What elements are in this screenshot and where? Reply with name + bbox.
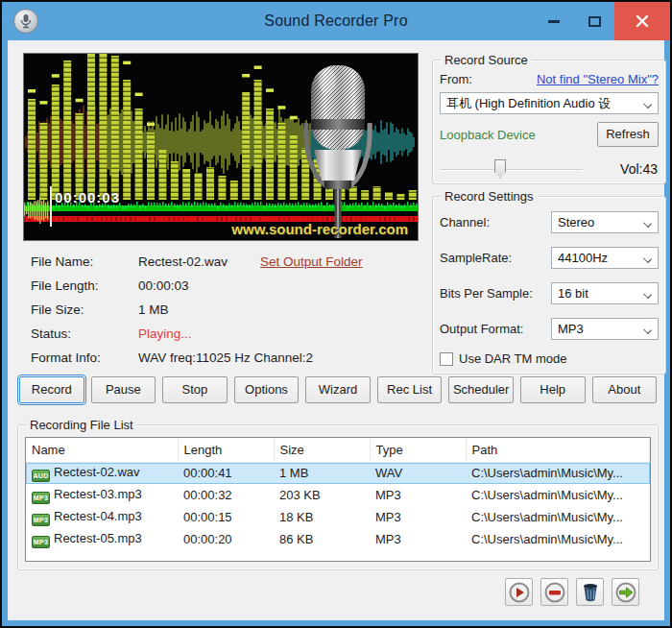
- pause-button[interactable]: Pause: [91, 376, 156, 403]
- record-settings-group: Record Settings Channel: Stereo SampleRa…: [432, 196, 666, 374]
- audio-file-icon: MP3: [32, 492, 50, 504]
- about-button[interactable]: About: [592, 376, 658, 403]
- recording-file-list-group: Recording File List Name Length Size Typ…: [17, 424, 659, 570]
- column-header-size[interactable]: Size: [274, 438, 370, 462]
- set-output-folder-link[interactable]: Set Output Folder: [260, 254, 363, 269]
- chevron-down-icon: [643, 254, 652, 263]
- from-label: From:: [440, 72, 472, 86]
- minimize-button[interactable]: [534, 2, 574, 40]
- record-source-group: Record Source From: Not find "Stereo Mix…: [432, 60, 666, 184]
- column-header-type[interactable]: Type: [370, 438, 466, 462]
- delete-file-button[interactable]: [576, 578, 604, 606]
- trash-icon: [580, 582, 601, 603]
- playback-icon-bar: [505, 578, 639, 606]
- recording-file-list-title: Recording File List: [26, 418, 137, 432]
- chevron-down-icon: [643, 100, 652, 109]
- options-button[interactable]: Options: [234, 376, 300, 403]
- window-controls: [534, 2, 670, 40]
- scheduler-button[interactable]: Scheduler: [448, 376, 514, 403]
- cell-path: C:\Users\admin\Music\My...: [466, 484, 650, 506]
- file-length-value: 00:00:03: [138, 278, 189, 293]
- rec-list-button[interactable]: Rec List: [377, 376, 443, 403]
- cell-path: C:\Users\admin\Music\My...: [466, 528, 650, 550]
- record-settings-title: Record Settings: [441, 189, 538, 204]
- app-window: Sound Recorder Pro: [0, 0, 672, 628]
- cell-path: C:\Users\admin\Music\My...: [466, 506, 650, 528]
- close-button[interactable]: [614, 2, 670, 40]
- cell-path: C:\Users\admin\Music\My...: [466, 462, 650, 484]
- cell-length: 00:00:20: [178, 528, 274, 550]
- cell-name: Rectest-03.mp3: [54, 487, 142, 501]
- file-list-table: Name Length Size Type Path AUDRectest-02…: [25, 437, 651, 562]
- use-dar-tm-label: Use DAR TM mode: [459, 351, 566, 366]
- cell-name: Rectest-02.wav: [54, 465, 140, 479]
- website-watermark: www.sound-recorder.com: [231, 221, 408, 237]
- cell-type: WAV: [370, 462, 466, 484]
- samplerate-value: 44100Hz: [558, 251, 608, 265]
- volume-slider-thumb[interactable]: [494, 159, 506, 179]
- use-dar-tm-checkbox[interactable]: [440, 352, 453, 366]
- play-file-button[interactable]: [505, 578, 533, 606]
- table-row[interactable]: AUDRectest-02.wav 00:00:41 1 MB WAV C:\U…: [26, 462, 650, 484]
- cell-length: 00:00:41: [178, 462, 274, 484]
- channel-value: Stereo: [558, 215, 594, 229]
- stop-icon: [544, 582, 565, 603]
- playback-cursor: [50, 186, 52, 227]
- output-format-select[interactable]: MP3: [551, 318, 659, 340]
- record-device-value: 耳机 (High Definition Audio 设: [446, 95, 611, 112]
- cell-type: MP3: [370, 528, 466, 550]
- status-label: Status:: [31, 326, 138, 341]
- channel-label: Channel:: [440, 215, 490, 229]
- chevron-down-icon: [643, 290, 652, 299]
- format-info-value: WAV freq:11025 Hz Channel:2: [138, 350, 313, 365]
- output-format-value: MP3: [558, 322, 584, 336]
- column-header-name[interactable]: Name: [26, 438, 178, 462]
- audio-visualizer: 00:00:03 www.sound-recorder.com: [23, 53, 419, 241]
- help-button[interactable]: Help: [520, 376, 586, 403]
- stereo-mix-help-link[interactable]: Not find "Stereo Mix"?: [537, 72, 659, 86]
- table-row[interactable]: MP3Rectest-03.mp3 00:00:32 203 KB MP3 C:…: [26, 484, 650, 506]
- loopback-device-label: Loopback Device: [440, 128, 536, 142]
- cell-name: Rectest-04.mp3: [54, 509, 142, 523]
- maximize-button[interactable]: [574, 2, 614, 40]
- cell-size: 1 MB: [274, 462, 370, 484]
- toolbar: Record Pause Stop Options Wizard Rec Lis…: [19, 376, 657, 403]
- volume-slider-track[interactable]: [441, 169, 583, 171]
- column-header-path[interactable]: Path: [466, 438, 650, 462]
- table-header-row: Name Length Size Type Path: [26, 438, 650, 462]
- bits-per-sample-label: Bits Per Sample:: [440, 286, 533, 301]
- cell-length: 00:00:32: [178, 484, 274, 506]
- cell-name: Rectest-05.mp3: [54, 531, 142, 545]
- bits-per-sample-value: 16 bit: [558, 286, 588, 301]
- export-file-button[interactable]: [612, 578, 639, 606]
- table-row[interactable]: MP3Rectest-04.mp3 00:00:15 18 KB MP3 C:\…: [26, 506, 650, 528]
- file-length-label: File Length:: [31, 278, 138, 293]
- samplerate-label: SampleRate:: [440, 251, 512, 265]
- file-size-label: File Size:: [31, 302, 138, 317]
- stop-file-button[interactable]: [540, 578, 568, 606]
- cell-type: MP3: [370, 484, 466, 506]
- export-arrow-icon: [615, 582, 636, 603]
- record-button[interactable]: Record: [19, 376, 84, 403]
- file-name-label: File Name:: [31, 254, 138, 269]
- table-row[interactable]: MP3Rectest-05.mp3 00:00:20 86 KB MP3 C:\…: [26, 528, 650, 550]
- record-source-title: Record Source: [441, 53, 532, 67]
- channel-select[interactable]: Stereo: [551, 211, 659, 233]
- refresh-button[interactable]: Refresh: [597, 122, 659, 147]
- format-info-label: Format Info:: [31, 350, 138, 365]
- close-icon: [636, 14, 649, 28]
- audio-file-icon: MP3: [32, 514, 50, 526]
- file-size-value: 1 MB: [138, 302, 169, 317]
- wizard-button[interactable]: Wizard: [305, 376, 371, 403]
- cell-size: 203 KB: [274, 484, 370, 506]
- chevron-down-icon: [643, 326, 652, 334]
- bits-per-sample-select[interactable]: 16 bit: [551, 282, 659, 304]
- cell-type: MP3: [370, 506, 466, 528]
- samplerate-select[interactable]: 44100Hz: [551, 247, 659, 269]
- record-device-select[interactable]: 耳机 (High Definition Audio 设: [440, 92, 659, 114]
- column-header-length[interactable]: Length: [178, 438, 274, 462]
- play-icon: [509, 582, 530, 603]
- elapsed-time: 00:00:03: [55, 189, 120, 205]
- file-name-value: Rectest-02.wav: [138, 254, 228, 269]
- stop-button[interactable]: Stop: [162, 376, 228, 403]
